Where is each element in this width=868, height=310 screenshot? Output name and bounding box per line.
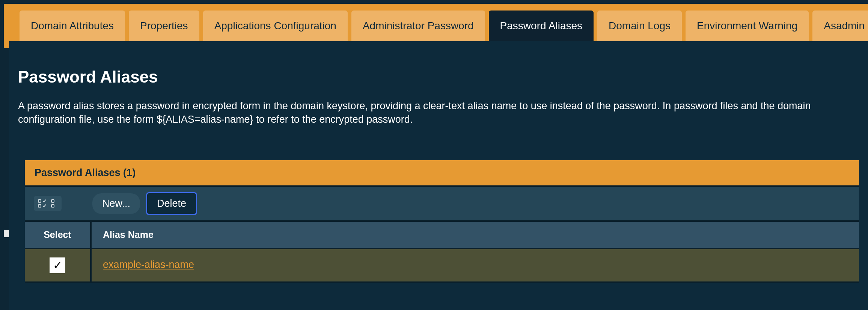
tab-domain-logs[interactable]: Domain Logs [597,11,682,41]
new-button[interactable]: New... [92,193,140,214]
tab-domain-attributes[interactable]: Domain Attributes [20,11,125,41]
decorative-sliver [4,41,9,48]
page-description: A password alias stores a password in en… [18,99,859,126]
main-content: Password Aliases A password alias stores… [9,41,868,310]
table-title-bar: Password Aliases (1) [25,160,859,187]
row-alias-cell: example-alias-name [92,249,859,281]
table-action-bar: New... Delete [25,187,859,222]
select-all-icon[interactable] [38,199,47,208]
password-aliases-table: Password Aliases (1) [25,160,859,283]
svg-rect-3 [51,205,54,207]
selection-toolbar [34,196,62,211]
alias-link[interactable]: example-alias-name [103,259,194,270]
row-checkbox[interactable]: ✓ [50,257,65,273]
table-column-headers: Select Alias Name [25,222,859,249]
svg-rect-0 [38,200,41,202]
tab-administrator-password[interactable]: Administrator Password [351,11,485,41]
table-row: ✓example-alias-name [25,249,859,283]
delete-button[interactable]: Delete [146,192,197,215]
tab-properties[interactable]: Properties [129,11,199,41]
top-tab-bar: Domain AttributesPropertiesApplications … [4,4,868,41]
row-select-cell: ✓ [25,249,92,281]
decorative-notch [4,230,9,237]
column-header-alias[interactable]: Alias Name [92,222,859,248]
tab-applications-configuration[interactable]: Applications Configuration [203,11,348,41]
column-header-select[interactable]: Select [25,222,92,248]
deselect-all-icon[interactable] [50,199,58,208]
tab-password-aliases[interactable]: Password Aliases [489,11,594,41]
tab-asadmin-recorder[interactable]: Asadmin Recorder [812,11,868,41]
svg-rect-2 [51,200,54,202]
svg-rect-1 [38,205,41,207]
page-title: Password Aliases [18,68,859,86]
tab-environment-warning[interactable]: Environment Warning [686,11,809,41]
